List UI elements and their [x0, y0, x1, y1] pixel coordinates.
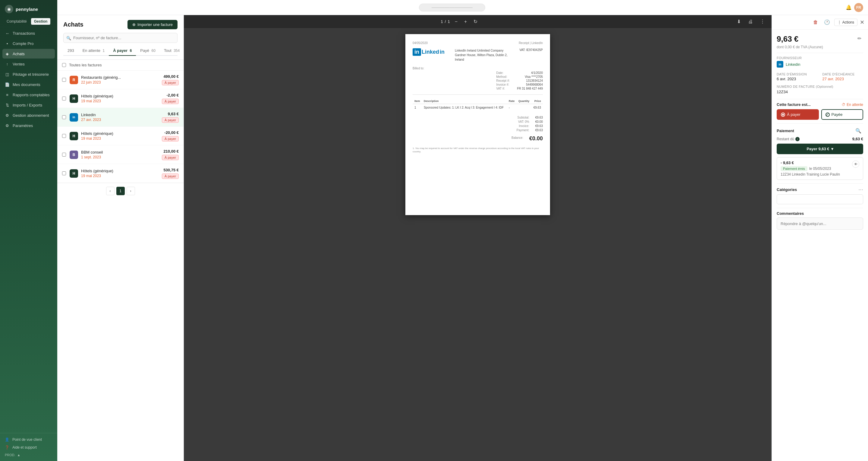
- invoice-checkbox[interactable]: [62, 96, 66, 100]
- sidebar-item-rapports[interactable]: ≡ Rapports comptables: [2, 90, 55, 99]
- avatar: H: [70, 169, 78, 178]
- sidebar-logo[interactable]: ◉ pennylane: [0, 0, 57, 17]
- payment-status-badge: Paiement émis: [781, 166, 807, 171]
- item-rate: -: [507, 104, 517, 111]
- topbar-center: ────────────────: [62, 4, 842, 11]
- pdf-toolbar: 1 / 1 − + ↻ ⬇ 🖨 ⋮: [184, 15, 772, 28]
- actions-btn[interactable]: ⋮ Actions: [834, 19, 858, 26]
- categories-title: Catégories: [777, 188, 797, 192]
- list-item[interactable]: B BBM conseil 1 sept. 2023 210,00 € À pa…: [57, 145, 184, 164]
- paiement-search-btn[interactable]: 🔍: [854, 127, 863, 135]
- search-input[interactable]: [63, 33, 178, 43]
- invoice-right: 210,00 € À payer: [162, 149, 179, 160]
- imports-icon: ⇅: [5, 103, 10, 107]
- delete-btn[interactable]: 🗑: [811, 19, 820, 26]
- edit-amount-btn[interactable]: ✏: [856, 34, 863, 42]
- search-icon: 🔍: [66, 36, 71, 40]
- payee-btn[interactable]: ✓ Payée: [821, 109, 864, 120]
- sidebar-item-imports[interactable]: ⇅ Imports / Exports: [2, 100, 55, 110]
- history-btn[interactable]: 🕐: [822, 18, 832, 26]
- invoices-panel: Achats ⊕ Importer une facture 🔍 293 En: [57, 15, 184, 461]
- sidebar-item-ventes[interactable]: ↑ Ventes: [2, 59, 55, 69]
- tab-paye[interactable]: Payé 60: [136, 46, 160, 56]
- invoice-amount: -2,00 €: [162, 93, 179, 97]
- invoice-right: -20,00 € À payer: [162, 130, 179, 142]
- invoice-date: 19 mai 2023: [81, 136, 162, 141]
- transactions-icon: ↔: [5, 31, 10, 36]
- tab-gestion[interactable]: Gestion: [31, 18, 51, 25]
- import-btn[interactable]: ⊕ Importer une facture: [127, 20, 178, 29]
- categories-select[interactable]: [777, 194, 863, 204]
- invoices-title: Achats: [63, 21, 84, 28]
- page-1-btn[interactable]: 1: [116, 187, 125, 195]
- tab-a-payer[interactable]: À payer 6: [109, 46, 136, 56]
- sidebar-item-parametres[interactable]: ⚙ Paramètres: [2, 121, 55, 130]
- sidebar-item-aide-support[interactable]: ❓ Aide et support: [2, 443, 55, 451]
- tab-tout[interactable]: Tout 354: [160, 46, 184, 56]
- payment-ref: 12Z34 Linkedin Training Lucie Paulin: [781, 172, 852, 176]
- item-number: 1: [412, 104, 422, 111]
- topbar-actions: 🔔 FR: [846, 3, 863, 12]
- pdf-toolbar-center: 1 / 1 − + ↻: [189, 18, 732, 26]
- sidebar-item-label: Pilotage et trésorerie: [13, 72, 49, 77]
- list-item[interactable]: H Hôtels (générique) 19 mai 2023 530,75 …: [57, 164, 184, 183]
- item-price: €9.63: [531, 104, 543, 111]
- select-all-checkbox[interactable]: [62, 63, 66, 67]
- zoom-out-btn[interactable]: −: [453, 18, 459, 26]
- tab-en-attente[interactable]: En attente 1: [79, 46, 109, 56]
- sidebar-item-label: Transactions: [13, 31, 35, 36]
- status-buttons: À payer ✓ Payée: [777, 109, 863, 120]
- documents-icon: 📄: [5, 82, 10, 87]
- print-btn[interactable]: 🖨: [746, 18, 755, 26]
- pay-button[interactable]: Payer 9,63 € ▾: [777, 144, 863, 154]
- list-item[interactable]: H Hôtels (générique) 19 mai 2023 -20,00 …: [57, 127, 184, 145]
- invoice-info: Hôtels (générique) 19 mai 2023: [81, 131, 162, 141]
- tab-comptabilite[interactable]: Comptabilité: [4, 18, 30, 25]
- rotate-btn[interactable]: ↻: [472, 18, 479, 26]
- list-item[interactable]: H Hôtels (générique) 19 mai 2023 -2,00 €…: [57, 89, 184, 108]
- rapports-icon: ≡: [5, 92, 10, 97]
- sidebar-item-documents[interactable]: 📄 Mes documents: [2, 80, 55, 89]
- sidebar-item-achats[interactable]: ◈ Achats: [2, 49, 55, 59]
- more-options-btn[interactable]: ⋮: [758, 18, 767, 26]
- prod-badge[interactable]: PROD. ▲: [2, 451, 55, 459]
- invoice-checkbox[interactable]: [62, 153, 66, 156]
- tab-count[interactable]: 293: [63, 46, 79, 56]
- sidebar-item-pilotage[interactable]: ◫ Pilotage et trésorerie: [2, 69, 55, 79]
- sidebar-item-label: Mes documents: [13, 82, 40, 87]
- notification-bell-icon[interactable]: 🔔: [846, 4, 852, 10]
- invoice-checkbox[interactable]: [62, 78, 66, 82]
- download-btn[interactable]: ⬇: [735, 18, 743, 26]
- sidebar-item-point-vue-client[interactable]: 👤 Point de vue client: [2, 436, 55, 443]
- invoice-amount: 210,00 €: [162, 149, 179, 153]
- pdf-page-info: 1 / 1: [441, 19, 450, 24]
- prev-page-btn[interactable]: ‹: [106, 187, 115, 195]
- aide-icon: ❓: [5, 445, 9, 450]
- sidebar-item-gestion-abonnement[interactable]: ⚙ Gestion abonnement: [2, 110, 55, 120]
- payment-eye-btn[interactable]: 👁: [852, 161, 859, 168]
- invoice-checkbox[interactable]: [62, 171, 66, 175]
- commentaires-input[interactable]: [777, 218, 863, 230]
- list-item[interactable]: R Restaurants (générig... 22 juin 2023 4…: [57, 70, 184, 89]
- invoice-list-header: Toutes les factures: [57, 60, 184, 70]
- sidebar-tabs: Comptabilité Gestion: [0, 17, 57, 27]
- list-item[interactable]: in Linkedin 27 avr. 2023 9,63 € À payer: [57, 108, 184, 127]
- sidebar-item-compte-pro[interactable]: ▪ Compte Pro: [2, 39, 55, 48]
- info-icon: i: [795, 137, 800, 141]
- item-description: Sponsored Updates: 1: LK I 2: Acq I 3: E…: [422, 104, 507, 111]
- invoice-info: Hôtels (générique) 19 mai 2023: [81, 94, 162, 103]
- sidebar-item-transactions[interactable]: ↔ Transactions: [2, 28, 55, 38]
- paiement-section: Paiement 🔍 Restant dû i 9,63 € Payer 9,6…: [777, 127, 863, 180]
- categories-section: Catégories ⋯: [777, 187, 863, 204]
- invoice-checkbox[interactable]: [62, 134, 66, 138]
- en-attente-badge: ⏱ En attente: [842, 103, 863, 107]
- a-payer-btn[interactable]: À payer: [777, 109, 819, 120]
- close-btn[interactable]: ✕: [860, 19, 864, 26]
- user-avatar[interactable]: FR: [854, 3, 863, 12]
- next-page-btn[interactable]: ›: [127, 187, 135, 195]
- zoom-in-btn[interactable]: +: [462, 18, 469, 26]
- invoice-checkbox[interactable]: [62, 115, 66, 119]
- date-emission-label: Date d'émission: [777, 73, 818, 76]
- supplier-link[interactable]: Linkedin: [786, 62, 800, 67]
- categories-more-btn[interactable]: ⋯: [858, 187, 863, 193]
